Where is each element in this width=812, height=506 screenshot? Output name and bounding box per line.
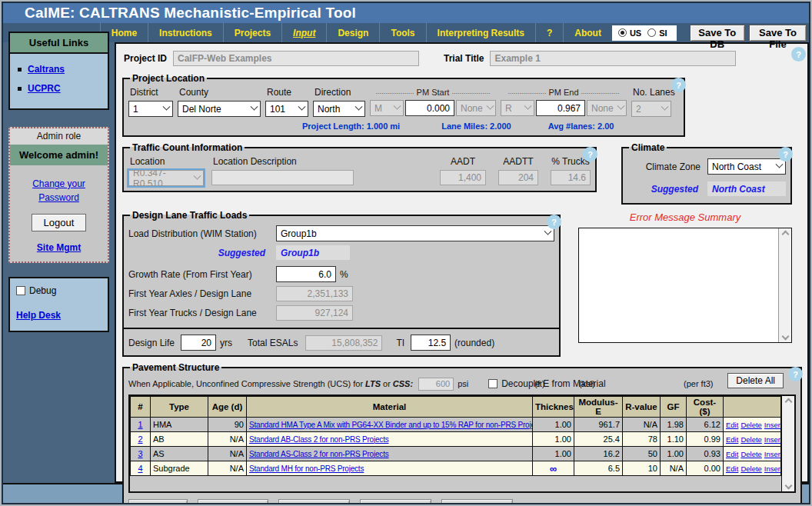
bullet-icon: [18, 87, 22, 91]
edit-link[interactable]: Edit: [726, 450, 738, 458]
scroll-up-icon[interactable]: [784, 398, 792, 406]
si-radio[interactable]: [647, 28, 656, 37]
layer-cost-cell: 6.12: [687, 418, 724, 432]
add-layer-buttons: Add LayerAdd 2 LayersAdd 3 LayersAdd 4 L…: [128, 499, 796, 504]
layer-number-link[interactable]: 1: [138, 420, 142, 429]
us-radio[interactable]: [618, 28, 627, 37]
direction-label: Direction: [314, 87, 365, 98]
ti-input[interactable]: 12.5: [411, 335, 451, 351]
nav-item-design[interactable]: Design: [326, 23, 379, 42]
nav-item-[interactable]: ?: [535, 23, 563, 42]
nav-item-projects[interactable]: Projects: [223, 23, 281, 42]
ucs-input: 600: [418, 378, 454, 391]
chevron-down-icon: [394, 102, 401, 110]
layer-actions-cell: EditDeleteInsert: [724, 447, 781, 461]
help-icon[interactable]: ?: [671, 78, 686, 92]
material-link[interactable]: Standard MH for non-PRS Projects: [249, 464, 364, 473]
insert-link[interactable]: Insert: [764, 450, 781, 458]
help-icon[interactable]: ?: [791, 47, 806, 62]
pm-end-input[interactable]: 0.967: [536, 100, 585, 116]
site-mgmt-link[interactable]: Site Mgmt: [37, 242, 81, 253]
material-link[interactable]: Standard AB-Class 2 for non-PRS Projects: [249, 435, 389, 444]
add-2-layers-button[interactable]: Add 2 Layers: [198, 499, 269, 504]
add-layer-button[interactable]: Add Layer: [128, 499, 188, 504]
useful-link-ucprc[interactable]: UCPRC: [28, 83, 61, 94]
add-4-layers-button[interactable]: Add 4 Layers: [360, 499, 431, 504]
delete-link[interactable]: Delete: [740, 464, 761, 473]
layer-gf-cell: 1.98: [661, 418, 687, 432]
route-select[interactable]: 101: [265, 101, 308, 117]
no-lanes-select: 2: [631, 101, 671, 117]
wim-label: Load Distribution (WIM Station): [128, 228, 276, 239]
column-header: Age (d): [208, 397, 247, 418]
column-header: GF: [661, 397, 687, 418]
aadt-value: 1,400: [440, 170, 486, 185]
layer-number-link[interactable]: 3: [138, 449, 142, 458]
growth-rate-input[interactable]: 6.0: [276, 266, 336, 282]
help-icon[interactable]: ?: [778, 147, 793, 161]
county-select[interactable]: Del Norte: [178, 101, 261, 117]
app-window: CalME: CALTRANS Mechanistic-Empirical To…: [2, 2, 810, 504]
useful-link-caltrans[interactable]: Caltrans: [28, 64, 65, 75]
edit-link[interactable]: Edit: [726, 464, 738, 473]
edit-link[interactable]: Edit: [726, 421, 738, 429]
decouple-checkbox[interactable]: [488, 379, 498, 388]
content-area: Useful Links Caltrans UCPRC Admin role W…: [3, 42, 809, 484]
county-field: County Del Norte: [178, 85, 261, 117]
nav-item-about[interactable]: About: [563, 23, 612, 42]
insert-link[interactable]: Insert: [764, 421, 781, 429]
dotted-leader: [508, 88, 546, 97]
logout-button[interactable]: Logout: [32, 214, 87, 231]
help-icon[interactable]: ?: [788, 367, 803, 381]
scroll-up-icon[interactable]: [781, 231, 789, 238]
save-to-file-button[interactable]: Save To File: [749, 25, 807, 42]
units-toggle: US SI: [612, 25, 677, 41]
nav-item-interpreting-results[interactable]: Interpreting Results: [426, 23, 535, 42]
scroll-down-icon[interactable]: [784, 482, 792, 490]
add-5-layers-button[interactable]: Add 5 Layers: [441, 499, 513, 504]
layer-gf-cell: 1.10: [661, 432, 687, 447]
material-link[interactable]: Standard HMA Type A Mix with PG64-XX Bin…: [249, 421, 533, 429]
app-title: CalME: CALTRANS Mechanistic-Empirical To…: [25, 5, 356, 22]
vertical-scrollbar[interactable]: [778, 228, 791, 342]
district-select[interactable]: 1: [128, 101, 173, 117]
delete-link[interactable]: Delete: [740, 421, 761, 429]
design-life-input[interactable]: 20: [181, 335, 216, 351]
traffic-location-select[interactable]: R0.347-R0.510: [128, 170, 204, 186]
pm-start-input[interactable]: 0.000: [405, 100, 454, 116]
direction-select[interactable]: North: [313, 101, 365, 117]
nav-item-instructions[interactable]: Instructions: [148, 23, 223, 42]
climate-suggested-value: North Coast: [707, 181, 786, 196]
layer-thickness-cell: ∞: [533, 461, 574, 476]
scroll-down-icon[interactable]: [781, 333, 789, 341]
save-to-db-button[interactable]: Save To DB: [690, 25, 745, 42]
add-3-layers-button[interactable]: Add 3 Layers: [278, 499, 350, 504]
change-password-link[interactable]: Change your Password: [32, 178, 85, 203]
nav-item-tools[interactable]: Tools: [379, 23, 425, 42]
location-description-label: Location Description: [213, 156, 354, 167]
delete-all-button[interactable]: Delete All: [727, 373, 784, 388]
help-icon[interactable]: ?: [547, 215, 561, 229]
climate-zone-select[interactable]: North Coast: [707, 158, 786, 175]
vertical-scrollbar[interactable]: [781, 396, 794, 491]
layer-number-link[interactable]: 4: [138, 464, 142, 473]
help-desk-link[interactable]: Help Desk: [16, 310, 61, 321]
column-header: Cost-($): [687, 397, 724, 418]
total-esals-value: 15,808,352: [305, 335, 382, 351]
layer-age-cell: N/A: [208, 461, 247, 476]
delete-link[interactable]: Delete: [740, 435, 761, 444]
nav-item-input[interactable]: Input: [281, 23, 326, 42]
no-lanes-label: No. Lanes: [633, 87, 675, 98]
layer-number-link[interactable]: 2: [138, 434, 142, 444]
delete-link[interactable]: Delete: [740, 450, 761, 458]
help-icon[interactable]: ?: [583, 147, 597, 161]
trial-title-field: Example 1: [490, 51, 736, 66]
debug-checkbox[interactable]: [16, 286, 25, 295]
edit-link[interactable]: Edit: [726, 435, 738, 444]
material-link[interactable]: Standard AS-Class 2 for non-PRS Projects: [249, 450, 389, 458]
ti-label: TI: [396, 338, 404, 348]
divider: [124, 328, 559, 329]
wim-select[interactable]: Group1b: [276, 225, 554, 241]
insert-link[interactable]: Insert: [764, 464, 781, 473]
insert-link[interactable]: Insert: [764, 435, 781, 444]
